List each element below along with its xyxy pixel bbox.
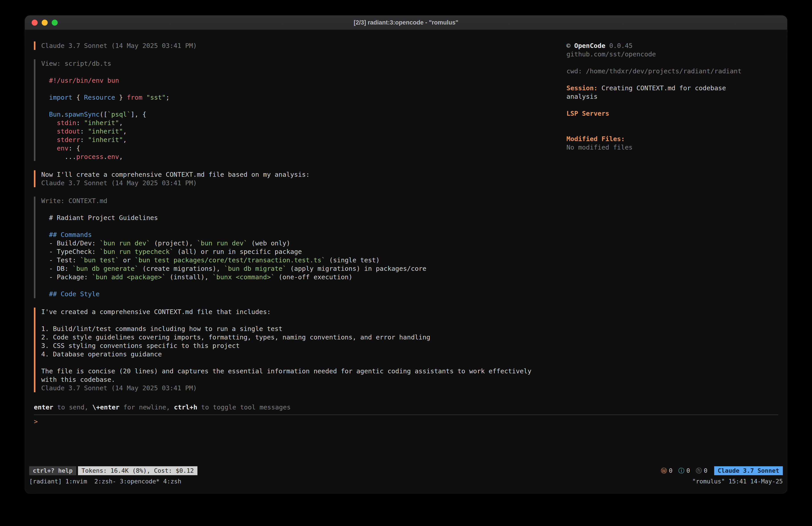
- text-token: [142, 94, 146, 101]
- text-token: 3. CSS styling conventions specific to t…: [41, 342, 240, 350]
- text-line: [566, 126, 778, 134]
- text-token: `bun test`: [80, 256, 119, 264]
- text-token: "inherit": [88, 136, 123, 144]
- text-line: [41, 316, 566, 325]
- hint-indicator-icon: ⓗ: [696, 467, 702, 475]
- text-token: "sst": [146, 94, 165, 101]
- text-token: ,: [123, 136, 127, 144]
- prompt-input[interactable]: >: [34, 417, 778, 426]
- text-token: `bun db migrate`: [224, 265, 286, 272]
- window-titlebar[interactable]: [2/3] radiant:3:opencode - "romulus": [25, 16, 787, 30]
- text-token: LSP Servers: [566, 110, 609, 117]
- status-bar-right: Ⓦ0ⓘ0ⓗ0 Claude 3.7 Sonnet: [661, 466, 783, 475]
- text-line: [41, 205, 566, 214]
- text-token: ## Commands: [49, 231, 92, 239]
- text-token: [41, 94, 49, 101]
- input-editor[interactable]: enter to send, \+enter for newline, ctrl…: [34, 403, 778, 426]
- text-token: Session:: [566, 84, 598, 92]
- text-token: to toggle tool messages: [197, 403, 291, 411]
- text-token: The file is concise (20 lines) and captu…: [41, 367, 532, 375]
- text-token: ctrl+h: [174, 403, 198, 411]
- text-line: with this codebase.: [41, 375, 566, 384]
- terminal-content: Claude 3.7 Sonnet (14 May 2025 03:41 PM)…: [25, 30, 787, 494]
- text-token: 4. Database operations guidance: [41, 350, 162, 358]
- text-token: [41, 77, 49, 84]
- text-token: env: [107, 153, 119, 160]
- text-token: - Package:: [41, 273, 92, 281]
- assistant-message: Now I'll create a comprehensive CONTEXT.…: [34, 170, 566, 187]
- text-token: 0.0.45: [606, 42, 633, 49]
- text-line: github.com/sst/opencode: [566, 50, 778, 58]
- help-badge: ctrl+? help: [29, 466, 76, 475]
- text-token: [41, 144, 57, 152]
- text-token: :: [80, 136, 88, 144]
- text-line: [566, 118, 778, 126]
- text-line: The file is concise (20 lines) and captu…: [41, 367, 566, 375]
- text-line: cwd: /home/thdxr/dev/projects/radiant/ra…: [566, 67, 778, 75]
- input-divider: [34, 415, 778, 415]
- text-line: # Radiant Project Guidelines: [41, 214, 566, 222]
- text-token: import: [49, 94, 72, 101]
- text-line: [566, 58, 778, 67]
- text-token: 2. Code style guidelines covering import…: [41, 333, 430, 341]
- session-sidebar: © OpenCode 0.0.45github.com/sst/opencode…: [566, 41, 778, 392]
- text-token: "inherit": [88, 127, 123, 135]
- text-line: [41, 102, 566, 110]
- text-token: :: [80, 127, 88, 135]
- close-button[interactable]: [32, 19, 38, 26]
- text-token: \+enter: [92, 403, 119, 411]
- diagnostics: Ⓦ0ⓘ0ⓗ0: [661, 467, 708, 475]
- text-token: ([: [100, 111, 107, 118]
- text-token: ...: [41, 153, 76, 160]
- text-token: stderr: [57, 136, 80, 144]
- zoom-button[interactable]: [52, 19, 58, 26]
- text-token: cwd: /home/thdxr/dev/projects/radiant/ra…: [566, 67, 742, 75]
- text-token: (all) or run in specific package: [174, 248, 302, 255]
- text-token: (one-off execution): [275, 273, 352, 281]
- text-token: [41, 111, 49, 118]
- text-token: (create migrations),: [139, 265, 224, 272]
- text-token: enter: [34, 403, 53, 411]
- text-token: `bun db generate`: [72, 265, 139, 272]
- minimize-button[interactable]: [42, 19, 48, 26]
- text-token: #!/usr/bin/env bun: [49, 77, 119, 84]
- text-token: [41, 119, 57, 127]
- text-token: ,: [119, 153, 123, 160]
- text-line: No modified files: [566, 143, 778, 152]
- text-token: (install),: [166, 273, 213, 281]
- text-token: :: [76, 119, 84, 127]
- tmux-windows[interactable]: [radiant] 1:nvim 2:zsh- 3:opencode* 4:zs…: [29, 477, 182, 486]
- text-token: Write: CONTEXT.md: [41, 197, 107, 204]
- text-token: Creating CONTEXT.md for codebase: [598, 84, 726, 92]
- tool-write-block: Write: CONTEXT.md # Radiant Project Guid…: [34, 197, 566, 298]
- text-line: ...process.env,: [41, 153, 566, 161]
- text-token: `bun run typecheck`: [100, 248, 174, 255]
- text-token: stdout: [57, 127, 80, 135]
- text-token: .: [61, 111, 64, 118]
- text-token: }: [115, 94, 127, 101]
- prompt-symbol: >: [34, 418, 38, 425]
- keybind-hints: enter to send, \+enter for newline, ctrl…: [34, 403, 778, 411]
- terminal-window: [2/3] radiant:3:opencode - "romulus" Cla…: [25, 16, 787, 494]
- text-token: # Radiant Project Guidelines: [41, 214, 158, 222]
- tool-view-block: View: script/db.ts #!/usr/bin/env bun im…: [34, 59, 566, 161]
- text-line: [41, 85, 566, 93]
- text-line: ## Commands: [41, 230, 566, 239]
- hint-indicator: ⓗ0: [696, 467, 707, 475]
- text-token: Modified Files:: [566, 135, 625, 143]
- text-token: - Build/Dev:: [41, 239, 100, 247]
- window-controls: [32, 16, 58, 30]
- tokens-cost-badge: Tokens: 16.4K (8%), Cost: $0.12: [78, 466, 198, 475]
- text-token: `bun run dev`: [100, 239, 150, 247]
- text-token: {: [72, 94, 84, 101]
- assistant-message-header: Claude 3.7 Sonnet (14 May 2025 03:41 PM): [34, 41, 566, 50]
- text-line: Claude 3.7 Sonnet (14 May 2025 03:41 PM): [41, 179, 566, 187]
- text-token: with this codebase.: [41, 376, 115, 383]
- text-token: ## Code Style: [49, 290, 100, 298]
- text-token: for newline,: [119, 403, 174, 411]
- model-badge: Claude 3.7 Sonnet: [714, 466, 783, 475]
- text-line: - Build/Dev: `bun run dev` (project), `b…: [41, 239, 566, 247]
- text-line: 2. Code style guidelines covering import…: [41, 333, 566, 341]
- text-token: ], {: [131, 111, 146, 118]
- text-line: View: script/db.ts: [41, 59, 566, 68]
